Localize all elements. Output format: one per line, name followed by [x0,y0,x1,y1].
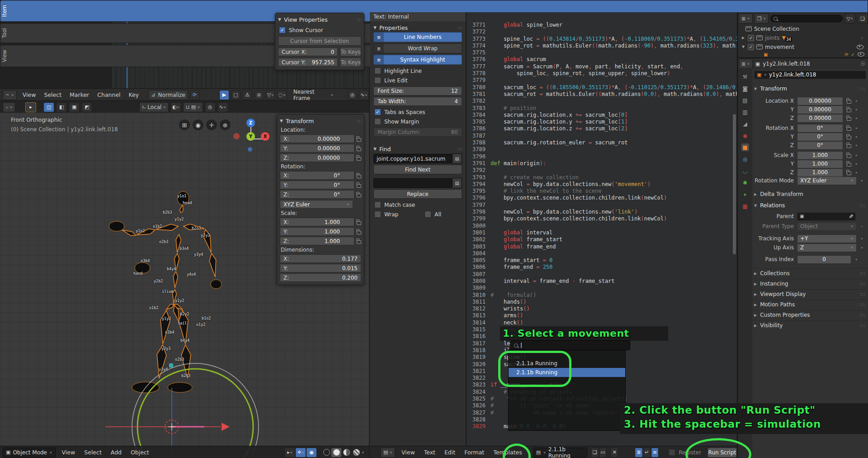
falloff-icon[interactable]: ∿∨ [217,102,228,112]
panel-grip-icon[interactable]: ∷∷ [356,17,361,22]
find-input[interactable]: joint.copper.y1o1.sacrum [373,154,453,163]
animate-dot-icon[interactable]: • [855,143,858,148]
material-properties-icon[interactable]: ▩ [741,202,749,210]
box-select-icon[interactable]: ▢ [231,90,241,100]
code-line[interactable]: 3814 neck() [467,320,732,326]
lock-icon[interactable] [357,240,361,244]
view-properties-header[interactable]: ▼View Properties∷∷ [278,15,361,24]
outliner-row-joints[interactable]: ▶✓joints▼34∨ [738,33,868,42]
normalize-button[interactable]: ⊿​Normalize [148,90,188,100]
code-line[interactable]: 3777 sacrum = Sacrum(P, A, move, part, h… [467,63,732,70]
world-properties-icon[interactable]: ◉ [741,132,749,139]
tool-properties-icon[interactable]: ⚒ [741,73,749,81]
armature-icon[interactable]: ⌔∨ [3,102,15,112]
relations-section-header[interactable]: ▼Relations∷∷ [752,201,868,210]
overlays-icon[interactable]: ✛∨ [295,448,306,458]
constraint-properties-icon[interactable]: ✱ [741,179,749,186]
animate-dot-icon[interactable]: • [855,134,858,140]
rotation-order-dropdown[interactable]: XYZ Euler∨ [280,200,353,209]
code-line[interactable]: 3778 spine_loc, spine_rot, spine_upper, … [467,70,732,77]
up-axis-dropdown[interactable]: Z∨ [797,243,857,252]
dimension-row-field[interactable]: X:0.177 [280,254,361,263]
code-line[interactable]: 3785 sacrum.rig.location.y += sacrum_loc… [467,119,732,125]
code-line[interactable]: 3789 [467,146,732,153]
outliner-row-scene-collection[interactable]: Scene Collection [738,24,868,33]
value-field[interactable]: 0.00000 [797,114,843,123]
viewport-menu-object[interactable]: Object [126,447,154,458]
physics-properties-icon[interactable]: ◡ [741,167,749,175]
code-line[interactable]: 3792 [467,167,732,174]
cursor-tool-icon[interactable]: ▸ [25,102,36,112]
code-line[interactable]: 3788 sacrum.rig.rotation_euler = sacrum_… [467,139,732,146]
text-datablock-selector[interactable]: ▤∨ 2.1.1b Running [533,448,587,458]
animate-dot-icon[interactable]: • [855,170,858,176]
graph-menu-key[interactable]: Key [125,89,143,100]
find-panel-header[interactable]: ▼Find∷∷ [373,144,462,153]
lock-icon[interactable] [847,109,851,112]
outliner-type-icon[interactable]: ≣∨ [739,14,753,24]
graph-menu-view[interactable]: View [19,89,40,100]
code-line[interactable]: 3806 frame_end = 250 [467,264,732,271]
code-line[interactable]: 3804 [467,250,732,257]
all-checkbox[interactable] [425,211,431,218]
code-line[interactable]: 3772 [467,29,732,35]
section-custom-properties[interactable]: ▶Custom Properties∷∷ [752,310,868,320]
value-field[interactable]: 0° [797,141,843,150]
checkbox-checked-icon[interactable]: ✓ [279,27,286,33]
toggle-syntax-highlight[interactable]: ≣Syntax Highlight [373,55,462,65]
lock-icon[interactable] [357,194,361,197]
tabs-as-spaces-checkbox[interactable]: ✓Tabs as Spaces [374,109,461,115]
select-mode-edge-icon[interactable]: ◧ [56,102,67,112]
section-visibility[interactable]: ▶Visibility∷∷ [752,320,868,330]
animate-dot-icon[interactable]: • [855,153,858,158]
find-history-icon[interactable]: ▤ [453,153,462,164]
shading-material-icon[interactable] [341,448,351,457]
value-field[interactable]: 1.000 [797,151,843,160]
animate-dot-icon[interactable]: • [855,125,858,131]
text-menu-edit[interactable]: Edit [440,447,460,458]
scrollbar-thumb[interactable] [733,114,736,254]
toggle-word-wrap[interactable]: ≣Word Wrap [373,43,462,53]
rotation-row-field[interactable]: Z:0° [280,190,354,199]
lock-icon[interactable] [357,231,361,234]
lock-icon[interactable] [847,154,851,158]
code-line[interactable]: 3790 [467,153,732,160]
shading-rendered-icon[interactable] [351,448,361,457]
graph-menu-select[interactable]: Select [40,89,66,100]
dimension-row-field[interactable]: Y:0.015 [280,264,361,272]
viewport-menu-view[interactable]: View [57,447,80,458]
checkbox-highlight-line[interactable]: Highlight Line [374,67,461,74]
lock-icon[interactable] [357,148,361,151]
syntax-highlight-toggle-icon[interactable]: ≡ [651,448,659,458]
code-line[interactable]: 3813 arms() [467,312,732,319]
code-line[interactable]: 3809 [467,285,732,291]
cursor-from-selection-button[interactable]: Cursor from Selection [278,36,361,46]
lock-icon[interactable] [357,138,361,142]
snap-magnet-icon[interactable]: ⊔▤∨ [183,102,203,112]
object-properties-icon[interactable]: ■ [741,143,749,151]
cursor-y-field[interactable]: Cursor Y:957.255 [278,58,338,67]
code-line[interactable]: 3784 sacrum.rig.location.x += sacrum_loc… [467,112,732,119]
select-mode-vertex-icon[interactable]: ◫ [43,102,54,112]
outliner-row-movement[interactable]: ▼✓movement [738,43,868,51]
code-line[interactable]: 3780 sacrum_loc = ((0.185506/0.351173)*A… [467,84,732,91]
fcurve-icon[interactable]: ∿∨ [359,90,369,100]
to-keys-button[interactable]: To Keys [340,47,361,57]
code-line[interactable]: 3802 global frame_start [467,236,732,243]
animate-dot-icon[interactable]: • [855,107,858,113]
mode-dropdown[interactable]: ▣Object Mode∨ [3,448,56,458]
text-menu-format[interactable]: Format [460,447,489,458]
code-line[interactable]: 3796 bpy.context.scene.collection.childr… [467,195,732,201]
eyedropper-icon[interactable]: ✎ [848,214,854,219]
tweak-tool-icon[interactable]: ▶ [219,90,229,100]
scale-row-field[interactable]: Z:1.000 [280,237,354,245]
lock-icon[interactable] [357,175,361,178]
rotation-row-field[interactable]: Y:0° [280,181,354,189]
lock-icon[interactable] [847,163,851,167]
lock-icon[interactable] [847,100,851,104]
code-line[interactable]: 3800 [467,223,732,229]
gizmo-dropdown-icon[interactable]: ▸∨ [284,448,295,458]
scale-row-field[interactable]: X:1.000 [280,218,354,226]
code-line[interactable]: 3771 global spine_lower [467,22,732,29]
code-line[interactable]: 3782 [467,98,732,105]
